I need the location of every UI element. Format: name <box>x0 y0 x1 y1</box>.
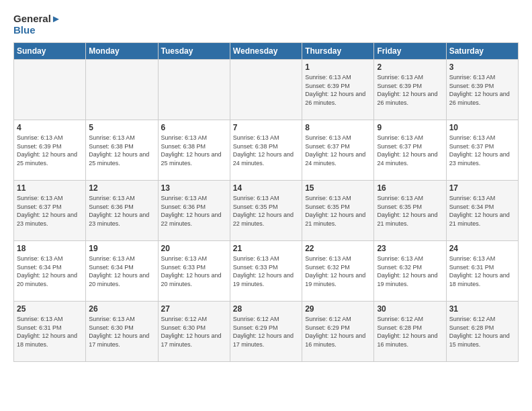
weekday-header-saturday: Saturday <box>446 43 518 60</box>
cell-content: Sunrise: 6:13 AM Sunset: 6:31 PM Dayligh… <box>449 255 515 288</box>
cell-content: Sunrise: 6:13 AM Sunset: 6:37 PM Dayligh… <box>17 194 83 228</box>
calendar-cell: 24Sunrise: 6:13 AM Sunset: 6:31 PM Dayli… <box>446 241 518 302</box>
weekday-header-row: SundayMondayTuesdayWednesdayThursdayFrid… <box>14 43 519 60</box>
cell-content: Sunrise: 6:13 AM Sunset: 6:34 PM Dayligh… <box>17 255 83 288</box>
day-number: 8 <box>305 123 371 132</box>
cell-content: Sunrise: 6:13 AM Sunset: 6:31 PM Dayligh… <box>17 315 83 349</box>
day-number: 21 <box>233 244 299 253</box>
day-number: 4 <box>17 123 83 132</box>
cell-content: Sunrise: 6:13 AM Sunset: 6:39 PM Dayligh… <box>449 73 515 107</box>
weekday-header-thursday: Thursday <box>302 43 374 60</box>
cell-content: Sunrise: 6:13 AM Sunset: 6:37 PM Dayligh… <box>449 134 515 167</box>
cell-content: Sunrise: 6:12 AM Sunset: 6:30 PM Dayligh… <box>161 315 227 349</box>
cell-content: Sunrise: 6:13 AM Sunset: 6:35 PM Dayligh… <box>377 194 443 228</box>
day-number: 6 <box>161 123 227 132</box>
calendar-cell: 2Sunrise: 6:13 AM Sunset: 6:39 PM Daylig… <box>374 60 446 120</box>
calendar-week-row: 25Sunrise: 6:13 AM Sunset: 6:31 PM Dayli… <box>14 302 519 362</box>
calendar-cell: 10Sunrise: 6:13 AM Sunset: 6:37 PM Dayli… <box>446 120 518 181</box>
calendar-cell: 31Sunrise: 6:12 AM Sunset: 6:28 PM Dayli… <box>446 302 518 362</box>
day-number: 24 <box>449 244 515 253</box>
logo-blue-text: Blue <box>13 25 61 36</box>
calendar-cell: 20Sunrise: 6:13 AM Sunset: 6:33 PM Dayli… <box>158 241 230 302</box>
weekday-header-friday: Friday <box>374 43 446 60</box>
day-number: 12 <box>89 183 154 193</box>
calendar-cell: 17Sunrise: 6:13 AM Sunset: 6:34 PM Dayli… <box>446 181 518 241</box>
weekday-header-sunday: Sunday <box>14 43 86 60</box>
calendar-week-row: 1Sunrise: 6:13 AM Sunset: 6:39 PM Daylig… <box>14 60 519 120</box>
cell-content: Sunrise: 6:13 AM Sunset: 6:34 PM Dayligh… <box>89 255 154 288</box>
day-number: 1 <box>305 62 371 72</box>
calendar-cell: 19Sunrise: 6:13 AM Sunset: 6:34 PM Dayli… <box>86 241 158 302</box>
day-number: 20 <box>161 244 227 253</box>
day-number: 11 <box>17 183 83 193</box>
logo-general-text: General► <box>13 13 61 25</box>
day-number: 2 <box>377 62 443 72</box>
calendar-cell: 22Sunrise: 6:13 AM Sunset: 6:32 PM Dayli… <box>302 241 374 302</box>
calendar-cell: 28Sunrise: 6:12 AM Sunset: 6:29 PM Dayli… <box>230 302 302 362</box>
day-number: 30 <box>377 304 443 314</box>
cell-content: Sunrise: 6:13 AM Sunset: 6:38 PM Dayligh… <box>233 134 299 167</box>
calendar-cell: 13Sunrise: 6:13 AM Sunset: 6:36 PM Dayli… <box>158 181 230 241</box>
calendar-cell: 30Sunrise: 6:12 AM Sunset: 6:28 PM Dayli… <box>374 302 446 362</box>
cell-content: Sunrise: 6:12 AM Sunset: 6:28 PM Dayligh… <box>377 315 443 349</box>
calendar-cell: 4Sunrise: 6:13 AM Sunset: 6:39 PM Daylig… <box>14 120 86 181</box>
calendar-week-row: 11Sunrise: 6:13 AM Sunset: 6:37 PM Dayli… <box>14 181 519 241</box>
calendar-cell <box>158 60 230 120</box>
day-number: 26 <box>89 304 154 314</box>
calendar-cell: 1Sunrise: 6:13 AM Sunset: 6:39 PM Daylig… <box>302 60 374 120</box>
calendar-cell: 6Sunrise: 6:13 AM Sunset: 6:38 PM Daylig… <box>158 120 230 181</box>
day-number: 28 <box>233 304 299 314</box>
cell-content: Sunrise: 6:12 AM Sunset: 6:29 PM Dayligh… <box>305 315 371 349</box>
cell-content: Sunrise: 6:13 AM Sunset: 6:35 PM Dayligh… <box>233 194 299 228</box>
cell-content: Sunrise: 6:13 AM Sunset: 6:38 PM Dayligh… <box>89 134 154 167</box>
day-number: 27 <box>161 304 227 314</box>
calendar-cell: 26Sunrise: 6:13 AM Sunset: 6:30 PM Dayli… <box>86 302 158 362</box>
logo: General► Blue <box>13 13 61 36</box>
cell-content: Sunrise: 6:13 AM Sunset: 6:39 PM Dayligh… <box>305 73 371 107</box>
day-number: 19 <box>89 244 154 253</box>
day-number: 5 <box>89 123 154 132</box>
calendar-cell: 15Sunrise: 6:13 AM Sunset: 6:35 PM Dayli… <box>302 181 374 241</box>
cell-content: Sunrise: 6:13 AM Sunset: 6:32 PM Dayligh… <box>305 255 371 288</box>
calendar-cell: 29Sunrise: 6:12 AM Sunset: 6:29 PM Dayli… <box>302 302 374 362</box>
calendar-cell: 16Sunrise: 6:13 AM Sunset: 6:35 PM Dayli… <box>374 181 446 241</box>
cell-content: Sunrise: 6:13 AM Sunset: 6:36 PM Dayligh… <box>89 194 154 228</box>
cell-content: Sunrise: 6:13 AM Sunset: 6:37 PM Dayligh… <box>377 134 443 167</box>
day-number: 10 <box>449 123 515 132</box>
calendar-cell <box>14 60 86 120</box>
weekday-header-tuesday: Tuesday <box>158 43 230 60</box>
calendar-cell: 11Sunrise: 6:13 AM Sunset: 6:37 PM Dayli… <box>14 181 86 241</box>
calendar-cell: 14Sunrise: 6:13 AM Sunset: 6:35 PM Dayli… <box>230 181 302 241</box>
cell-content: Sunrise: 6:12 AM Sunset: 6:29 PM Dayligh… <box>233 315 299 349</box>
calendar-cell: 18Sunrise: 6:13 AM Sunset: 6:34 PM Dayli… <box>14 241 86 302</box>
weekday-header-monday: Monday <box>86 43 158 60</box>
day-number: 17 <box>449 183 515 193</box>
day-number: 23 <box>377 244 443 253</box>
day-number: 16 <box>377 183 443 193</box>
cell-content: Sunrise: 6:13 AM Sunset: 6:38 PM Dayligh… <box>161 134 227 167</box>
day-number: 9 <box>377 123 443 132</box>
calendar-cell: 27Sunrise: 6:12 AM Sunset: 6:30 PM Dayli… <box>158 302 230 362</box>
day-number: 15 <box>305 183 371 193</box>
calendar-cell: 9Sunrise: 6:13 AM Sunset: 6:37 PM Daylig… <box>374 120 446 181</box>
calendar-cell: 25Sunrise: 6:13 AM Sunset: 6:31 PM Dayli… <box>14 302 86 362</box>
calendar-cell <box>230 60 302 120</box>
cell-content: Sunrise: 6:13 AM Sunset: 6:39 PM Dayligh… <box>17 134 83 167</box>
header: General► Blue <box>13 13 519 36</box>
day-number: 3 <box>449 62 515 72</box>
day-number: 31 <box>449 304 515 314</box>
day-number: 25 <box>17 304 83 314</box>
calendar-cell: 8Sunrise: 6:13 AM Sunset: 6:37 PM Daylig… <box>302 120 374 181</box>
calendar-cell <box>86 60 158 120</box>
cell-content: Sunrise: 6:13 AM Sunset: 6:36 PM Dayligh… <box>161 194 227 228</box>
calendar-cell: 21Sunrise: 6:13 AM Sunset: 6:33 PM Dayli… <box>230 241 302 302</box>
cell-content: Sunrise: 6:13 AM Sunset: 6:34 PM Dayligh… <box>449 194 515 228</box>
cell-content: Sunrise: 6:13 AM Sunset: 6:33 PM Dayligh… <box>233 255 299 288</box>
cell-content: Sunrise: 6:13 AM Sunset: 6:33 PM Dayligh… <box>161 255 227 288</box>
calendar-cell: 3Sunrise: 6:13 AM Sunset: 6:39 PM Daylig… <box>446 60 518 120</box>
weekday-header-wednesday: Wednesday <box>230 43 302 60</box>
cell-content: Sunrise: 6:13 AM Sunset: 6:39 PM Dayligh… <box>377 73 443 107</box>
day-number: 18 <box>17 244 83 253</box>
cell-content: Sunrise: 6:13 AM Sunset: 6:32 PM Dayligh… <box>377 255 443 288</box>
cell-content: Sunrise: 6:13 AM Sunset: 6:30 PM Dayligh… <box>89 315 154 349</box>
